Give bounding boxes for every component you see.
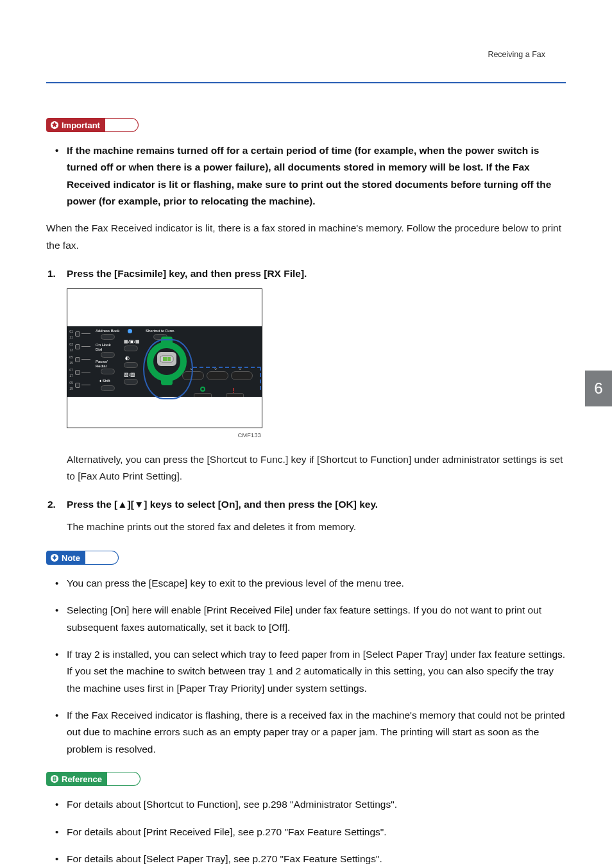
note-item: If tray 2 is installed, you can select w… [67,646,566,697]
svg-rect-8 [54,779,56,780]
important-callout: Important [46,118,139,132]
chapter-tab: 6 [585,371,612,406]
note-label: Note [62,553,80,563]
reference-item: For details about [Shortcut to Function]… [67,796,566,813]
label-on-hook: On Hook Dial [96,343,111,351]
intro-paragraph: When the Fax Received indicator is lit, … [46,220,566,254]
step-heading: Press the [Facsimile] key, and then pres… [67,268,307,279]
highlight-oval [143,339,193,399]
important-label: Important [62,121,100,130]
book-icon [50,774,59,783]
step1-followup: Alternatively, you can press the [Shortc… [67,451,566,485]
svg-rect-9 [54,780,56,780]
label-address-book: Address Book [96,329,119,333]
down-arrow-icon [50,553,59,562]
running-header: Receiving a Fax [488,50,545,59]
step-number: 1. [47,265,56,282]
control-panel-figure: 0111 0313 0515 0717 0919 Address Book On… [67,288,262,428]
note-callout: Note [46,551,119,565]
header-rule [46,82,566,83]
label-pause-redial: Pause/ Redial [96,360,108,368]
note-item: Selecting [On] here will enable [Print R… [67,602,566,636]
reference-item: For details about [Print Received File],… [67,824,566,840]
note-list: You can press the [Escape] key to exit t… [46,575,566,758]
step-1: 1. Press the [Facsimile] key, and then p… [67,265,566,485]
note-item: You can press the [Escape] key to exit t… [67,575,566,592]
figure-caption: CMF133 [67,428,262,440]
step-number: 2. [47,496,56,513]
label-shift: ♦ Shift [99,379,110,383]
reference-callout: Reference [46,772,140,786]
reference-item: For details about [Select Paper Tray], s… [67,851,566,867]
star-icon [50,121,59,129]
important-list: If the machine remains turned off for a … [46,142,566,210]
reference-list: For details about [Shortcut to Function]… [46,796,566,868]
reference-label: Reference [62,774,102,784]
important-item: If the machine remains turned off for a … [67,142,566,210]
step-heading: Press the [▲][▼] keys to select [On], an… [67,499,378,510]
svg-rect-7 [54,778,56,778]
note-item: If the Fax Received indicator is flashin… [67,707,566,758]
step2-body: The machine prints out the stored fax an… [67,519,566,535]
step-2: 2. Press the [▲][▼] keys to select [On],… [67,496,566,535]
